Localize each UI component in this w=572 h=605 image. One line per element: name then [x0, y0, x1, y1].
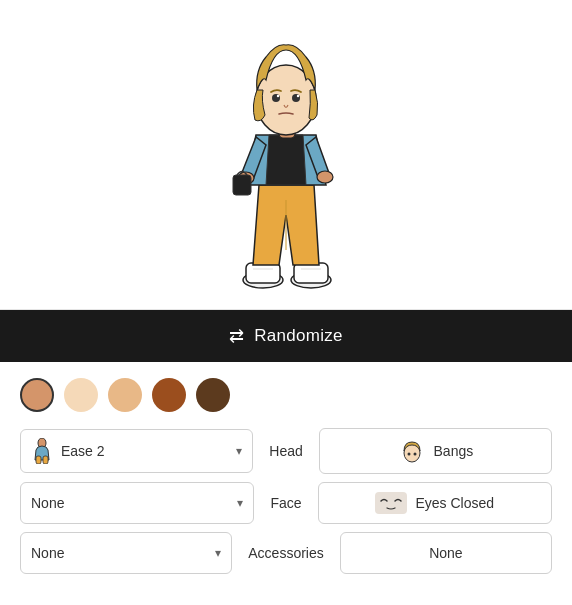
face-style-dropdown[interactable]: None ▾ [20, 482, 254, 524]
face-style-label: None [31, 495, 64, 511]
svg-rect-3 [294, 263, 328, 283]
accessories-none-option[interactable]: None [340, 532, 552, 574]
svg-rect-2 [246, 263, 280, 283]
svg-rect-22 [375, 492, 407, 514]
ease2-icon [31, 438, 53, 464]
svg-point-13 [277, 94, 279, 96]
accessories-left-dropdown[interactable]: None ▾ [20, 532, 232, 574]
head-style-label: Ease 2 [61, 443, 105, 459]
svg-point-20 [407, 453, 410, 456]
accessories-category-label: Accessories [240, 545, 331, 561]
skin-tone-2[interactable] [64, 378, 98, 412]
face-category-label: Face [262, 495, 309, 511]
eyes-closed-option[interactable]: Eyes Closed [318, 482, 552, 524]
randomize-button[interactable]: ⇄ Randomize [0, 310, 572, 362]
head-style-dropdown[interactable]: Ease 2 ▾ [20, 429, 253, 473]
character-illustration [211, 15, 361, 295]
accessories-left-label: None [31, 545, 64, 561]
bangs-icon [398, 437, 426, 465]
skin-tone-5[interactable] [196, 378, 230, 412]
head-category-label: Head [261, 443, 310, 459]
bangs-label: Bangs [434, 443, 474, 459]
face-style-chevron: ▾ [237, 496, 243, 510]
svg-rect-15 [233, 175, 251, 195]
skin-tone-1[interactable] [20, 378, 54, 412]
randomize-icon: ⇄ [229, 325, 244, 347]
skin-tone-4[interactable] [152, 378, 186, 412]
svg-point-21 [413, 453, 416, 456]
svg-rect-17 [36, 456, 41, 464]
bangs-option[interactable]: Bangs [319, 428, 552, 474]
character-preview [0, 0, 572, 310]
skin-tone-row [20, 378, 552, 412]
eyes-closed-label: Eyes Closed [415, 495, 494, 511]
controls-area: Ease 2 ▾ Head Bangs None ▾ Face [0, 362, 572, 598]
svg-point-14 [297, 94, 299, 96]
skin-tone-3[interactable] [108, 378, 142, 412]
eyes-closed-icon [375, 492, 407, 514]
head-style-chevron: ▾ [236, 444, 242, 458]
svg-point-8 [317, 171, 333, 183]
accessories-left-chevron: ▾ [215, 546, 221, 560]
accessories-none-label: None [429, 545, 462, 561]
randomize-label: Randomize [254, 326, 343, 346]
svg-rect-18 [43, 456, 48, 464]
